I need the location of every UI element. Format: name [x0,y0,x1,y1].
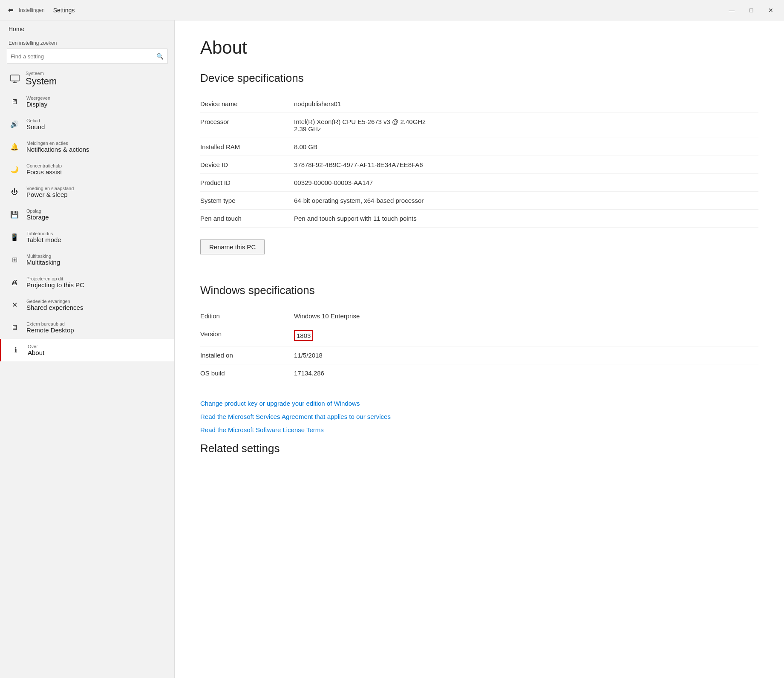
storage-icon: 💾 [9,209,20,221]
spec-label: Pen and touch [200,215,294,222]
windows-specs: Edition Windows 10 Enterprise Version 18… [200,307,758,382]
sidebar-item-notifications[interactable]: 🔔 Meldingen en acties Notifications & ac… [0,136,174,158]
minimize-button[interactable]: — [722,0,741,20]
sidebar-item-power[interactable]: ⏻ Voeding en slaapstand Power & sleep [0,181,174,203]
spec-row: System type 64-bit operating system, x64… [200,192,758,210]
tablet-icon: 📱 [9,231,20,243]
projecting-icon: 🖨 [9,277,20,289]
link-0[interactable]: Change product key or upgrade your editi… [200,400,758,407]
spec-value: 8.00 GB [294,143,758,150]
maximize-button[interactable]: □ [741,0,761,20]
sidebar-item-display[interactable]: 🖥 Weergeven Display [0,90,174,113]
sidebar-item-multitasking[interactable]: ⊞ Multitasking Multitasking [0,248,174,271]
about-icon: ℹ [10,344,22,356]
main-container: Home Een instelling zoeken 🔍 Systeem Sys… [0,20,784,678]
shared-icon: ✕ [9,299,20,311]
window-controls: — □ ✕ [722,0,781,20]
nav-sublabel: Meldingen en acties [26,141,89,146]
nav-sublabel: Concentratiehulp [26,163,62,168]
page-title: About [200,38,758,58]
nav-label: Shared experiences [26,304,83,311]
spec-value: 00329-00000-00003-AA147 [294,179,758,186]
title-bar: Instellingen Settings — □ ✕ [0,0,784,20]
spec-row: Processor Intel(R) Xeon(R) CPU E5-2673 v… [200,113,758,138]
search-icon[interactable]: 🔍 [156,53,164,60]
spec-row: Product ID 00329-00000-00003-AA147 [200,174,758,192]
content-panel: About Device specifications Device name … [175,20,784,678]
nav-sublabel: Geluid [26,118,45,123]
nav-sublabel: Projecteren op dit [26,276,84,281]
spec-row: Device name nodpublishers01 [200,95,758,113]
focus-icon: 🌙 [9,164,20,176]
links: Change product key or upgrade your editi… [200,400,758,433]
sidebar-item-about[interactable]: ℹ Over About [0,339,174,361]
nav-sublabel: Voeding en slaapstand [26,186,74,191]
notifications-icon: 🔔 [9,141,20,153]
windows-spec-label: OS build [200,369,294,377]
sidebar-item-storage[interactable]: 💾 Opslag Storage [0,203,174,226]
rename-pc-button[interactable]: Rename this PC [200,239,265,254]
spec-row: Pen and touch Pen and touch support with… [200,210,758,228]
spec-label: System type [200,197,294,204]
power-icon: ⏻ [9,186,20,198]
windows-spec-value: Windows 10 Enterprise [294,312,360,320]
spec-row: Device ID 37878F92-4B9C-4977-AF11-8E34A7… [200,156,758,174]
search-input[interactable] [11,53,156,60]
system-header: Systeem System [0,67,174,90]
sidebar-item-shared[interactable]: ✕ Gedeelde ervaringen Shared experiences [0,294,174,316]
windows-spec-value: 11/5/2018 [294,352,323,359]
back-button[interactable] [7,7,14,14]
link-2[interactable]: Read the Microsoft Software License Term… [200,426,758,433]
sidebar: Home Een instelling zoeken 🔍 Systeem Sys… [0,20,175,678]
sound-icon: 🔊 [9,118,20,130]
spec-value: nodpublishers01 [294,100,758,107]
sidebar-item-focus[interactable]: 🌙 Concentratiehulp Focus assist [0,158,174,181]
sidebar-item-remote[interactable]: 🖥 Extern bureaublad Remote Desktop [0,316,174,339]
divider2 [200,391,758,391]
windows-spec-value-container: 17134.286 [294,369,758,377]
sidebar-home[interactable]: Home [0,20,174,38]
nav-sublabel: Gedeelde ervaringen [26,299,83,304]
nav-label: Display [26,101,50,108]
windows-spec-row: OS build 17134.286 [200,364,758,382]
version-value-highlighted: 1803 [294,330,313,341]
divider [200,275,758,275]
nav-label: Power & sleep [26,191,74,198]
sidebar-item-tablet[interactable]: 📱 Tabletmodus Tablet mode [0,226,174,248]
sidebar-item-projecting[interactable]: 🖨 Projecteren op dit Projecting to this … [0,271,174,294]
spec-row: Installed RAM 8.00 GB [200,138,758,156]
spec-value: Intel(R) Xeon(R) CPU E5-2673 v3 @ 2.40GH… [294,118,758,133]
windows-spec-label: Edition [200,312,294,320]
spec-label: Device name [200,100,294,107]
nav-sublabel: Extern bureaublad [26,321,74,326]
multitasking-icon: ⊞ [9,254,20,266]
search-label: Een instelling zoeken [0,38,174,47]
nav-sublabel: Weergeven [26,95,50,101]
spec-label: Processor [200,118,294,125]
close-button[interactable]: ✕ [761,0,781,20]
svg-rect-0 [11,75,19,81]
app-title-area: Instellingen [19,7,45,13]
sidebar-item-sound[interactable]: 🔊 Geluid Sound [0,113,174,136]
nav-sublabel: Tabletmodus [26,231,61,236]
nav-label: Focus assist [26,168,62,176]
windows-spec-value: 17134.286 [294,369,324,377]
windows-specs-title: Windows specifications [200,284,758,297]
nav-label: Projecting to this PC [26,281,84,289]
system-label: Systeem System [26,71,57,87]
windows-spec-value-container: 11/5/2018 [294,352,758,359]
link-1[interactable]: Read the Microsoft Services Agreement th… [200,413,758,420]
title-bar-left: Instellingen Settings [7,7,75,14]
search-container: 🔍 [7,49,167,64]
windows-spec-row: Edition Windows 10 Enterprise [200,307,758,325]
nav-label: Storage [26,213,49,221]
windows-spec-row: Installed on 11/5/2018 [200,346,758,364]
spec-label: Device ID [200,161,294,168]
title-bar-title: Settings [53,7,75,14]
device-specs-title: Device specifications [200,72,758,85]
title-bar-app-name: Instellingen [19,7,45,13]
nav-label: Sound [26,123,45,130]
windows-spec-value-container: 1803 [294,330,758,341]
spec-value: 37878F92-4B9C-4977-AF11-8E34A7EE8FA6 [294,161,758,168]
nav-label: Multitasking [26,259,60,266]
